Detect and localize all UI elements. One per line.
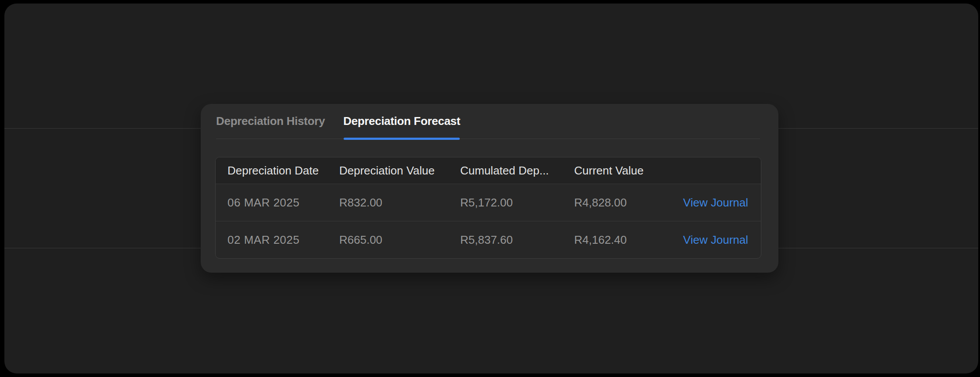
- cell-current-value: R4,828.00: [562, 184, 668, 221]
- column-header-depreciation-value: Depreciation Value: [327, 157, 448, 184]
- column-header-current-value: Current Value: [562, 157, 668, 184]
- tab-depreciation-history[interactable]: Depreciation History: [216, 104, 325, 139]
- cell-depreciation-value: R832.00: [327, 184, 448, 221]
- view-journal-link[interactable]: View Journal: [683, 196, 748, 209]
- column-header-actions: [668, 157, 761, 184]
- table-row: 06 MAR 2025 R832.00 R5,172.00 R4,828.00 …: [216, 184, 761, 221]
- table-header-row: Depreciation Date Depreciation Value Cum…: [216, 157, 761, 184]
- cell-depreciation-date: 02 MAR 2025: [216, 221, 327, 259]
- column-header-cumulated-depreciation: Cumulated Dep...: [448, 157, 562, 184]
- tab-label: Depreciation Forecast: [343, 114, 460, 128]
- tab-depreciation-forecast[interactable]: Depreciation Forecast: [343, 104, 460, 139]
- active-tab-indicator: [344, 138, 460, 140]
- tab-label: Depreciation History: [216, 114, 325, 128]
- cell-depreciation-value: R665.00: [327, 221, 448, 259]
- cell-cumulated-depreciation: R5,172.00: [448, 184, 562, 221]
- cell-cumulated-depreciation: R5,837.60: [448, 221, 562, 259]
- tab-bar: Depreciation History Depreciation Foreca…: [216, 104, 760, 139]
- depreciation-forecast-table: Depreciation Date Depreciation Value Cum…: [215, 157, 761, 259]
- cell-depreciation-date: 06 MAR 2025: [216, 184, 327, 221]
- table-row: 02 MAR 2025 R665.00 R5,837.60 R4,162.40 …: [216, 221, 761, 259]
- column-header-depreciation-date: Depreciation Date: [216, 157, 327, 184]
- depreciation-panel: Depreciation History Depreciation Foreca…: [201, 104, 778, 273]
- cell-current-value: R4,162.40: [562, 221, 668, 259]
- view-journal-link[interactable]: View Journal: [683, 233, 748, 246]
